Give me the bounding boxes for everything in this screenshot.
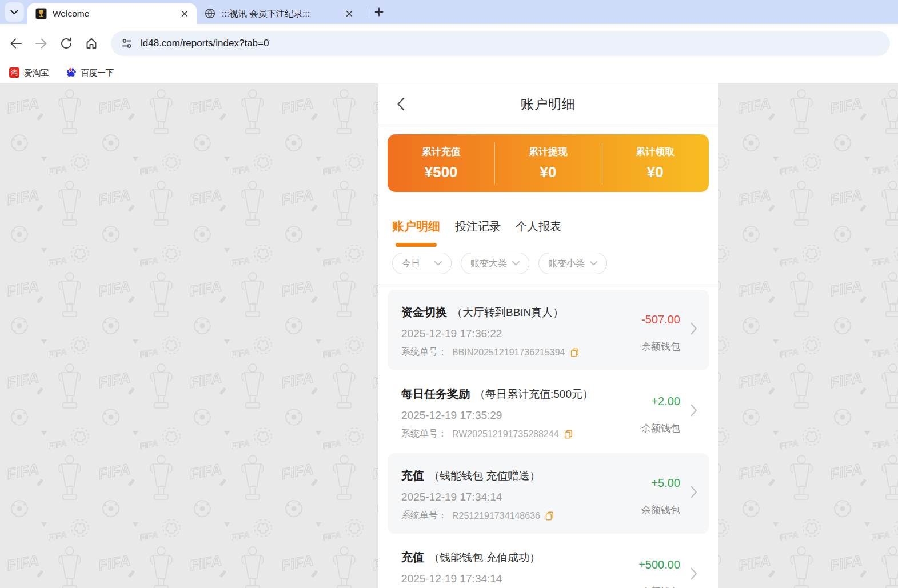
tab-bet-records[interactable]: 投注记录 xyxy=(455,219,501,247)
transaction-datetime: 2025-12-19 17:36:22 xyxy=(401,327,695,340)
chevron-down-icon xyxy=(434,261,442,266)
filter-label: 今日 xyxy=(402,258,420,270)
filter-row: 今日 账变大类 账变小类 xyxy=(378,247,718,285)
chevron-left-icon xyxy=(397,97,405,111)
bookmarks-bar: 淘 爱淘宝 百度一下 xyxy=(0,62,898,83)
url-text[interactable]: ld48.com/reports/index?tab=0 xyxy=(141,38,269,49)
transaction-type: 每日任务奖励 xyxy=(401,386,470,402)
transaction-list: 资金切换 （大厅转到BBIN真人） 2025-12-19 17:36:22 系统… xyxy=(378,285,718,588)
address-bar[interactable]: ld48.com/reports/index?tab=0 xyxy=(111,31,890,56)
copy-icon[interactable] xyxy=(564,430,573,439)
summary-label: 累计充值 xyxy=(388,145,494,158)
transaction-row[interactable]: 每日任务奖励 （每日累计充值:500元） 2025-12-19 17:35:29… xyxy=(388,371,709,452)
chevron-right-icon[interactable] xyxy=(691,567,697,580)
copy-icon[interactable] xyxy=(545,511,554,521)
transaction-detail: （钱能钱包 充值赠送） xyxy=(429,469,540,483)
transaction-wallet: 余额钱包 xyxy=(641,422,680,435)
order-number: BBIN202512191736215394 xyxy=(452,347,565,358)
chevron-down-icon xyxy=(590,261,597,266)
transaction-amount: +500.00 xyxy=(638,558,680,571)
bookmark-baidu[interactable]: 百度一下 xyxy=(66,67,114,78)
transaction-row[interactable]: 资金切换 （大厅转到BBIN真人） 2025-12-19 17:36:22 系统… xyxy=(388,290,709,370)
summary-total-claimed: 累计领取 ¥0 xyxy=(602,134,709,192)
transaction-row[interactable]: 充值 （钱能钱包 充值成功） 2025-12-19 17:34:14 系统单号：… xyxy=(388,535,709,588)
home-button[interactable] xyxy=(79,31,104,56)
transaction-detail: （钱能钱包 充值成功） xyxy=(429,550,540,565)
chevron-down-icon xyxy=(10,10,18,15)
bookmark-aitaobao[interactable]: 淘 爱淘宝 xyxy=(9,67,49,78)
transaction-detail: （大厅转到BBIN真人） xyxy=(452,305,564,320)
copy-icon[interactable] xyxy=(570,348,579,357)
tab-title: Welcome xyxy=(53,9,175,19)
order-label: 系统单号： xyxy=(401,428,447,440)
browser-toolbar: ld48.com/reports/index?tab=0 xyxy=(0,24,898,62)
summary-value: ¥0 xyxy=(602,163,709,181)
summary-total-deposit: 累计充值 ¥500 xyxy=(388,134,494,192)
transaction-type: 充值 xyxy=(401,550,424,565)
order-label: 系统单号： xyxy=(401,346,447,358)
summary-value: ¥500 xyxy=(388,163,494,181)
baidu-paw-icon xyxy=(66,67,77,78)
bookmark-label: 爱淘宝 xyxy=(24,67,49,78)
transaction-datetime: 2025-12-19 17:34:14 xyxy=(401,573,695,585)
browser-tab-welcome[interactable]: Welcome xyxy=(27,3,197,24)
filter-date-select[interactable]: 今日 xyxy=(392,253,452,274)
summary-value: ¥0 xyxy=(494,163,601,181)
browser-tab-records[interactable]: :::视讯 会员下注纪录::: xyxy=(197,3,361,24)
summary-label: 累计领取 xyxy=(602,145,709,158)
transaction-wallet: 余额钱包 xyxy=(641,585,680,588)
transaction-datetime: 2025-12-19 17:34:14 xyxy=(401,491,695,503)
filter-label: 账变小类 xyxy=(548,258,585,270)
tab-title: :::视讯 会员下注纪录::: xyxy=(222,8,340,20)
trophy-logo-icon xyxy=(35,8,47,19)
page-background: FIFA FIFA 账户明细 累计充值 ¥500 xyxy=(0,83,898,588)
bookmark-label: 百度一下 xyxy=(81,67,114,78)
transaction-wallet: 余额钱包 xyxy=(641,340,680,353)
reload-button[interactable] xyxy=(54,31,79,56)
chevron-right-icon[interactable] xyxy=(691,486,697,498)
tab-account-detail[interactable]: 账户明细 xyxy=(392,218,440,247)
summary-label: 累计提现 xyxy=(494,145,601,158)
filter-category-minor-select[interactable]: 账变小类 xyxy=(538,253,607,274)
transaction-detail: （每日累计充值:500元） xyxy=(474,387,593,402)
page-title: 账户明细 xyxy=(521,95,576,113)
filter-label: 账变大类 xyxy=(470,258,507,270)
order-label: 系统单号： xyxy=(401,510,447,522)
forward-button[interactable] xyxy=(29,31,54,56)
tab-strip: Welcome :::视讯 会员下注纪录::: xyxy=(0,0,898,24)
transaction-amount: -507.00 xyxy=(641,313,680,326)
transaction-row[interactable]: 充值 （钱能钱包 充值赠送） 2025-12-19 17:34:14 系统单号：… xyxy=(388,453,709,534)
filter-category-major-select[interactable]: 账变大类 xyxy=(461,253,529,274)
back-button[interactable] xyxy=(3,31,29,56)
order-number: R2512191734148636 xyxy=(452,511,540,521)
transaction-amount: +2.00 xyxy=(651,395,680,408)
tab-search-button[interactable] xyxy=(5,2,24,22)
site-settings-icon[interactable] xyxy=(121,38,133,49)
taobao-icon: 淘 xyxy=(9,67,19,78)
order-number: RW202512191735288244 xyxy=(452,429,559,439)
new-tab-button[interactable] xyxy=(371,4,387,20)
tab-separator xyxy=(366,6,366,18)
panel-header: 账户明细 xyxy=(378,83,718,125)
account-detail-panel: 账户明细 累计充值 ¥500 累计提现 ¥0 累计领取 ¥0 账户明细 投注记录… xyxy=(378,83,718,588)
chevron-right-icon[interactable] xyxy=(691,322,697,335)
transaction-type: 资金切换 xyxy=(401,305,447,320)
close-icon[interactable] xyxy=(179,9,190,19)
summary-card: 累计充值 ¥500 累计提现 ¥0 累计领取 ¥0 xyxy=(388,134,709,192)
transaction-amount: +5.00 xyxy=(651,477,680,490)
summary-total-withdraw: 累计提现 ¥0 xyxy=(494,134,601,192)
transaction-type: 充值 xyxy=(401,468,424,483)
back-button-panel[interactable] xyxy=(393,83,408,125)
globe-icon xyxy=(205,8,216,19)
chevron-down-icon xyxy=(512,261,520,266)
plus-icon xyxy=(374,7,384,17)
report-tabs: 账户明细 投注记录 个人报表 xyxy=(378,201,718,247)
transaction-datetime: 2025-12-19 17:35:29 xyxy=(401,409,695,422)
chevron-right-icon[interactable] xyxy=(691,404,697,417)
tab-personal-report[interactable]: 个人报表 xyxy=(516,219,561,247)
transaction-wallet: 余额钱包 xyxy=(641,503,680,517)
close-icon[interactable] xyxy=(344,9,354,19)
